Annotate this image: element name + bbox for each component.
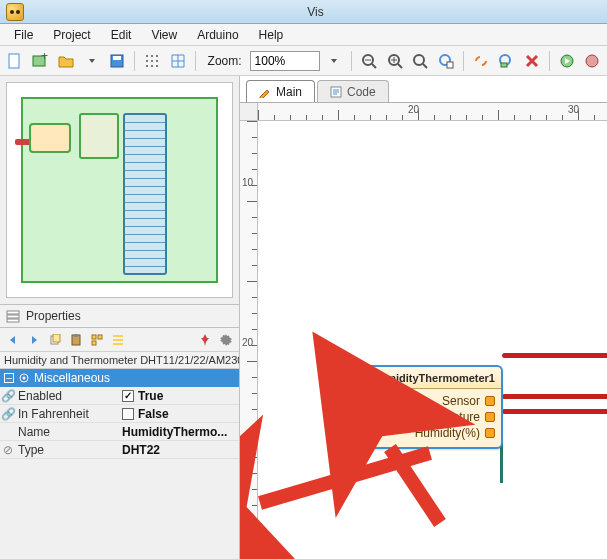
checkbox-icon[interactable]: ✓ <box>122 390 134 402</box>
open-icon[interactable] <box>55 50 77 72</box>
ruler-corner <box>240 103 258 121</box>
tab-code[interactable]: Code <box>317 80 389 102</box>
menu-bar: File Project Edit View Arduino Help <box>0 24 607 46</box>
property-label: In Fahrenheit <box>16 407 122 421</box>
svg-rect-30 <box>447 62 453 68</box>
stop-icon[interactable] <box>581 50 603 72</box>
svg-rect-49 <box>113 343 123 345</box>
menu-view[interactable]: View <box>141 26 187 44</box>
collapse-icon[interactable]: – <box>4 373 14 383</box>
code-icon <box>330 86 342 98</box>
toolbar-separator <box>195 51 196 71</box>
pin-output[interactable] <box>485 412 495 422</box>
property-name[interactable]: Name HumidityThermo... <box>0 423 239 441</box>
grid-dots-icon[interactable] <box>141 50 163 72</box>
copy-icon[interactable] <box>46 331 64 349</box>
toolbar-separator <box>134 51 135 71</box>
properties-component-name: Humidity and Thermometer DHT11/21/22/AM2… <box>0 352 239 369</box>
menu-arduino[interactable]: Arduino <box>187 26 248 44</box>
property-category[interactable]: – Miscellaneous <box>0 369 239 387</box>
new-icon[interactable] <box>4 50 26 72</box>
tab-main[interactable]: Main <box>246 80 315 102</box>
ruler-vertical: 10 20 <box>240 121 258 559</box>
menu-project[interactable]: Project <box>43 26 100 44</box>
dropdown-icon[interactable] <box>81 50 103 72</box>
preview-node <box>29 123 71 153</box>
properties-header: Properties <box>0 304 239 328</box>
locate-icon[interactable] <box>495 50 517 72</box>
readonly-icon: ⊘ <box>0 443 16 457</box>
property-label: Name <box>16 425 122 439</box>
component-icon <box>356 371 368 385</box>
category-icon[interactable] <box>88 331 106 349</box>
wire[interactable] <box>502 353 607 358</box>
link-icon: 🔗 <box>0 389 16 403</box>
paste-icon[interactable] <box>67 331 85 349</box>
svg-rect-32 <box>501 63 507 67</box>
pin-label: Temperature <box>413 410 480 424</box>
svg-text:+: + <box>41 53 48 63</box>
output-humidity[interactable]: Humidity(%) <box>415 426 495 440</box>
pin-icon[interactable] <box>196 331 214 349</box>
toolbar-separator <box>549 51 550 71</box>
grid-lines-icon[interactable] <box>167 50 189 72</box>
property-in-fahrenheit[interactable]: 🔗 In Fahrenheit False <box>0 405 239 423</box>
app-icon <box>6 3 24 21</box>
title-bar: Vis <box>0 0 607 24</box>
zoom-select[interactable] <box>250 51 320 71</box>
wire[interactable] <box>502 409 607 414</box>
ruler-num: 20 <box>242 337 253 348</box>
canvas-surface[interactable]: 20 30 10 20 HumidityThermometer1 <box>240 102 607 559</box>
svg-rect-45 <box>98 335 102 339</box>
zoom-in-icon[interactable] <box>384 50 406 72</box>
chevron-down-icon[interactable] <box>324 50 346 72</box>
run-icon[interactable] <box>556 50 578 72</box>
menu-help[interactable]: Help <box>249 26 294 44</box>
tab-label: Code <box>347 85 376 99</box>
link-icon[interactable] <box>470 50 492 72</box>
settings-icon[interactable] <box>217 331 235 349</box>
category-label: Miscellaneous <box>34 371 110 385</box>
property-type[interactable]: ⊘ Type DHT22 <box>0 441 239 459</box>
zoom-select-icon[interactable] <box>435 50 457 72</box>
component-body: Clock Sensor Temperature <box>350 389 501 447</box>
svg-point-7 <box>156 55 158 57</box>
svg-point-12 <box>151 65 153 67</box>
output-sensor[interactable]: Sensor <box>442 394 495 408</box>
menu-file[interactable]: File <box>4 26 43 44</box>
input-clock[interactable]: Clock <box>356 394 399 408</box>
zoom-label: Zoom: <box>208 54 242 68</box>
menu-edit[interactable]: Edit <box>101 26 142 44</box>
sort-icon[interactable] <box>109 331 127 349</box>
svg-rect-0 <box>9 54 19 68</box>
wire[interactable] <box>502 394 607 399</box>
canvas-pane: Main Code 20 30 10 20 <box>240 76 607 559</box>
svg-point-6 <box>151 55 153 57</box>
save-icon[interactable] <box>107 50 129 72</box>
clock-icon <box>356 396 366 406</box>
left-pane: Properties Humidity and Thermometer DHT1… <box>0 76 240 559</box>
pin-output[interactable] <box>485 396 495 406</box>
gear-icon <box>18 372 30 384</box>
property-enabled[interactable]: 🔗 Enabled ✓ True <box>0 387 239 405</box>
zoom-fit-icon[interactable] <box>410 50 432 72</box>
properties-icon <box>6 309 20 323</box>
pin-output[interactable] <box>485 428 495 438</box>
pin-label: Sensor <box>442 394 480 408</box>
output-temperature[interactable]: Temperature <box>413 410 495 424</box>
component-humidity-thermometer[interactable]: HumidityThermometer1 Clock Sensor <box>348 365 503 449</box>
component-title: HumidityThermometer1 <box>372 372 495 384</box>
checkbox-icon[interactable] <box>122 408 134 420</box>
properties-title: Properties <box>26 309 81 323</box>
nav-fwd-icon[interactable] <box>25 331 43 349</box>
schematic-preview[interactable] <box>6 82 233 298</box>
pin-input[interactable] <box>342 399 352 409</box>
nav-back-icon[interactable] <box>4 331 22 349</box>
delete-icon[interactable] <box>521 50 543 72</box>
zoom-out-icon[interactable] <box>358 50 380 72</box>
pin-label: Clock <box>369 394 399 408</box>
add-component-icon[interactable]: + <box>30 50 52 72</box>
workspace: Properties Humidity and Thermometer DHT1… <box>0 76 607 559</box>
properties-tree: – Miscellaneous 🔗 Enabled ✓ True 🔗 In Fa… <box>0 369 239 559</box>
property-value: HumidityThermo... <box>122 425 227 439</box>
